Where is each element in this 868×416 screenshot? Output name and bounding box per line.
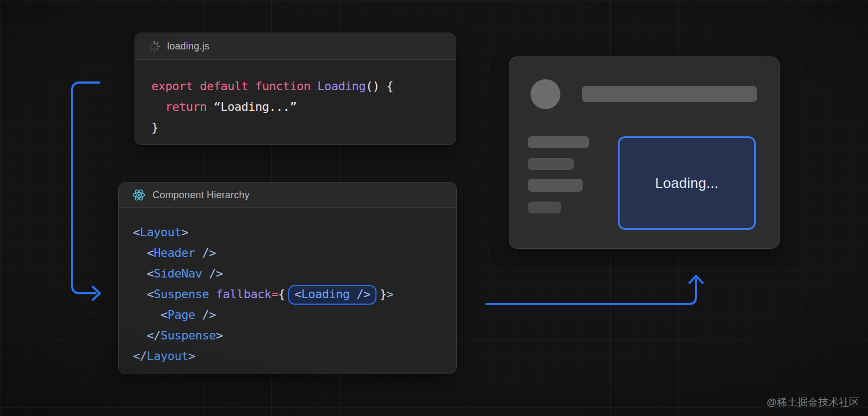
code-token: />: [202, 308, 216, 322]
code-token: <: [147, 287, 154, 301]
code-line: <Page />: [133, 305, 442, 325]
spinner-icon: [148, 40, 161, 53]
code-token: }: [380, 287, 387, 301]
code-token: Layout: [147, 349, 188, 363]
code-token: <: [147, 267, 154, 280]
code-token: [195, 246, 202, 260]
avatar: [531, 79, 560, 109]
code-token: Loading: [317, 79, 366, 93]
code-token: <: [294, 287, 301, 301]
skeleton-header-bar: [582, 86, 757, 102]
code-token: [133, 308, 161, 322]
code-token: <: [161, 308, 168, 322]
skeleton-sidenav-bar: [528, 179, 583, 192]
code-token: <: [133, 225, 140, 239]
code-token: <: [147, 246, 154, 260]
arrow-loading-to-hierarchy: [72, 83, 99, 293]
code-token: [133, 246, 147, 260]
code-token: [202, 267, 209, 280]
code-token: </: [147, 329, 161, 342]
code-line: <Header />: [133, 243, 442, 263]
code-line: </Layout>: [133, 346, 442, 367]
react-icon: [132, 188, 146, 201]
code-token: Page: [168, 308, 195, 322]
loading-js-code: export default function Loading() { retu…: [135, 60, 456, 138]
code-token: [133, 329, 147, 342]
code-token: Suspense: [161, 329, 216, 342]
code-token: [133, 267, 147, 280]
browser-preview-card: Loading...: [509, 56, 780, 249]
code-token: />: [356, 287, 371, 301]
code-token: Loading: [301, 287, 349, 301]
code-token: >: [181, 225, 188, 239]
code-token: {: [278, 287, 285, 301]
code-token: [209, 287, 216, 301]
code-token: />: [209, 267, 223, 280]
code-token: Suspense: [154, 287, 209, 301]
code-token: fallback: [216, 287, 271, 301]
component-hierarchy-card: Component Hierarchy <Layout> <Header /> …: [118, 182, 457, 374]
code-line: return “Loading...”: [151, 97, 439, 117]
code-token: Layout: [140, 225, 181, 239]
component-hierarchy-card-header: Component Hierarchy: [119, 182, 456, 208]
code-token: >: [188, 349, 195, 363]
arrow-hierarchy-to-preview: [487, 279, 696, 304]
code-token: [195, 308, 202, 322]
component-hierarchy-code: <Layout> <Header /> <SideNav /> <Suspens…: [119, 208, 456, 367]
code-token: [349, 287, 356, 301]
code-line: <Suspense fallback={<Loading />}>: [133, 284, 442, 305]
code-token: SideNav: [154, 267, 202, 280]
code-token: =: [271, 287, 278, 301]
code-line: <SideNav />: [133, 263, 442, 284]
code-line: <Layout>: [133, 222, 442, 243]
code-token: () {: [366, 79, 393, 93]
code-token: >: [216, 329, 223, 342]
code-token: [133, 287, 147, 301]
code-token: }: [151, 121, 158, 134]
skeleton-sidenav-bar: [528, 136, 589, 148]
code-token: Header: [154, 246, 195, 260]
skeleton-sidenav-bar: [528, 158, 574, 170]
code-line: </Suspense>: [133, 325, 442, 346]
code-token: “Loading...”: [214, 100, 297, 114]
code-line: }: [151, 117, 439, 138]
skeleton-sidenav-bar: [528, 201, 561, 213]
code-token: return: [151, 100, 214, 114]
loading-js-card-title: loading.js: [167, 41, 209, 52]
loading-js-card: loading.js export default function Loadi…: [135, 33, 456, 145]
code-token: </: [133, 349, 147, 363]
loading-js-card-header: loading.js: [135, 33, 456, 60]
watermark: @稀土掘金技术社区: [767, 395, 859, 409]
component-hierarchy-card-title: Component Hierarchy: [152, 190, 250, 201]
code-line: export default function Loading() {: [151, 76, 439, 97]
code-token: >: [386, 287, 393, 301]
loading-fallback-box: Loading...: [618, 136, 756, 230]
code-token: export default function: [151, 79, 317, 93]
loading-highlight-pill: <Loading />: [288, 285, 376, 305]
loading-fallback-label: Loading...: [655, 175, 718, 192]
code-token: />: [202, 246, 216, 260]
